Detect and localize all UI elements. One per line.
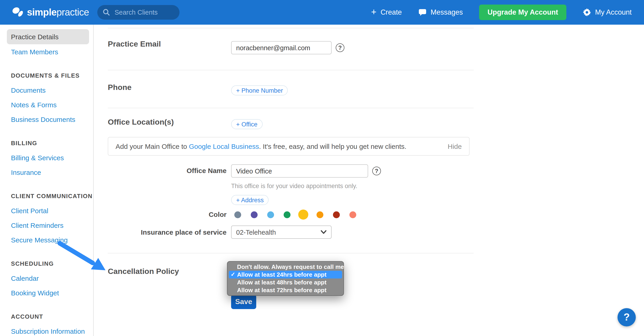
sidebar-section-account: ACCOUNT	[0, 309, 93, 324]
add-office-button[interactable]: + Office	[231, 119, 262, 129]
practice-email-help-icon[interactable]: ?	[336, 43, 344, 52]
insurance-place-value: 02-Telehealth	[236, 229, 276, 236]
messages-label: Messages	[431, 8, 463, 16]
sidebar-item-subscription-information[interactable]: Subscription Information	[0, 324, 93, 336]
save-button[interactable]: Save	[231, 295, 256, 309]
color-dot-cell	[278, 211, 295, 218]
color-dot-coral[interactable]	[349, 211, 356, 218]
phone-label: Phone	[108, 83, 132, 92]
settings-sidebar: Practice DetailsTeam MembersDOCUMENTS & …	[0, 25, 94, 336]
create-button[interactable]: + Create	[371, 8, 402, 16]
add-phone-number-button[interactable]: + Phone Number	[231, 85, 288, 95]
add-address-button[interactable]: + Address	[231, 195, 269, 205]
color-dot-purple[interactable]	[250, 211, 257, 218]
video-office-helper-text: This office is for your video appointmen…	[231, 183, 358, 189]
sidebar-section-client-communication: CLIENT COMMUNICATION	[0, 189, 93, 203]
color-dot-cell	[344, 211, 361, 218]
insurance-place-select[interactable]: 02-Telehealth	[231, 226, 332, 239]
sidebar-item-documents[interactable]: Documents	[0, 83, 93, 97]
office-name-input[interactable]	[231, 164, 368, 178]
practice-email-input[interactable]	[231, 41, 332, 54]
sidebar-section-scheduling: SCHEDULING	[0, 256, 93, 271]
butterfly-logo-icon	[12, 7, 24, 18]
sidebar-item-client-portal[interactable]: Client Portal	[0, 203, 93, 218]
help-button[interactable]: ?	[618, 308, 636, 327]
office-name-label: Office Name	[108, 167, 226, 174]
color-dot-cell	[312, 211, 328, 218]
cancellation-option-allow-at-least-24hrs-before-appt[interactable]: ✓Allow at least 24hrs before appt	[229, 271, 342, 279]
color-dot-slate[interactable]	[234, 211, 241, 218]
header-actions: + Create Messages Upgrade My Account My …	[371, 4, 632, 20]
divider	[108, 28, 474, 28]
color-dot-sky-blue[interactable]	[267, 211, 274, 218]
color-dot-cell	[246, 211, 262, 218]
checkmark-icon: ✓	[231, 271, 235, 279]
cancellation-policy-dropdown-menu: Don't allow. Always request to call me✓A…	[227, 261, 344, 296]
create-label: Create	[380, 8, 402, 16]
messages-button[interactable]: Messages	[418, 8, 463, 16]
insurance-place-label: Insurance place of service	[108, 228, 226, 236]
simplepractice-logo[interactable]: simplepractice	[12, 7, 89, 18]
search-icon	[103, 9, 110, 16]
practice-settings-page: simplepractice + Create Messages Upgrade	[0, 0, 644, 336]
color-dot-cell	[328, 211, 344, 218]
divider	[108, 70, 474, 70]
color-dot-cell	[295, 210, 312, 220]
color-dot-cell	[229, 211, 246, 218]
sidebar-item-business-documents[interactable]: Business Documents	[0, 112, 93, 126]
gear-icon	[583, 8, 591, 16]
cancellation-option-allow-at-least-48hrs-before-appt[interactable]: Allow at least 48hrs before appt	[229, 279, 342, 286]
plus-icon: +	[371, 7, 376, 16]
chevron-down-icon	[321, 230, 326, 234]
banner-hide-link[interactable]: Hide	[448, 142, 462, 150]
color-dot-green[interactable]	[284, 211, 290, 218]
my-account-button[interactable]: My Account	[583, 8, 632, 16]
color-dot-orange[interactable]	[316, 211, 323, 218]
sidebar-item-team-members[interactable]: Team Members	[0, 44, 93, 59]
sidebar-item-insurance[interactable]: Insurance	[0, 165, 93, 179]
google-local-business-banner: Add your Main Office to Google Local Bus…	[108, 137, 470, 156]
divider	[108, 253, 474, 253]
sidebar-section-billing: BILLING	[0, 136, 93, 150]
color-label: Color	[108, 210, 226, 218]
sidebar-item-calendar[interactable]: Calendar	[0, 271, 93, 285]
practice-email-label: Practice Email	[108, 40, 161, 49]
sidebar-item-practice-details[interactable]: Practice Details	[7, 29, 89, 44]
sidebar-item-client-reminders[interactable]: Client Reminders	[0, 218, 93, 232]
logo-text-bold: simple	[27, 7, 56, 17]
office-locations-label: Office Location(s)	[108, 118, 174, 127]
cancellation-policy-label: Cancellation Policy	[108, 267, 179, 276]
color-dot-yellow[interactable]	[298, 210, 308, 220]
cancellation-option-allow-at-least-72hrs-before-appt[interactable]: Allow at least 72hrs before appt	[229, 286, 342, 294]
color-dot-brick-red[interactable]	[333, 211, 340, 218]
sidebar-item-notes-forms[interactable]: Notes & Forms	[0, 97, 93, 112]
sidebar-section-documents-files: DOCUMENTS & FILES	[0, 68, 93, 83]
top-navigation-bar: simplepractice + Create Messages Upgrade	[0, 0, 644, 25]
banner-text: Add your Main Office to Google Local Bus…	[116, 142, 406, 150]
google-local-business-link[interactable]: Google Local Business	[189, 142, 259, 150]
divider	[108, 108, 474, 108]
search-input[interactable]	[114, 8, 173, 16]
office-name-help-icon[interactable]: ?	[372, 167, 381, 175]
color-dot-cell	[262, 211, 278, 218]
upgrade-account-button[interactable]: Upgrade My Account	[479, 4, 566, 20]
message-bubble-icon	[418, 9, 426, 16]
client-search[interactable]	[97, 5, 180, 20]
logo-text: simplepractice	[27, 7, 89, 18]
sidebar-item-secure-messaging[interactable]: Secure Messaging	[0, 232, 93, 247]
office-color-picker	[229, 208, 361, 221]
practice-details-content: Practice Email ? Phone + Phone Number Of…	[94, 25, 644, 336]
cancellation-option-don-t-allow-always-request-to-call-me[interactable]: Don't allow. Always request to call me	[229, 263, 342, 271]
sidebar-item-billing-services[interactable]: Billing & Services	[0, 150, 93, 165]
logo-text-light: practice	[56, 7, 89, 17]
sidebar-item-booking-widget[interactable]: Booking Widget	[0, 285, 93, 300]
my-account-label: My Account	[595, 8, 632, 16]
